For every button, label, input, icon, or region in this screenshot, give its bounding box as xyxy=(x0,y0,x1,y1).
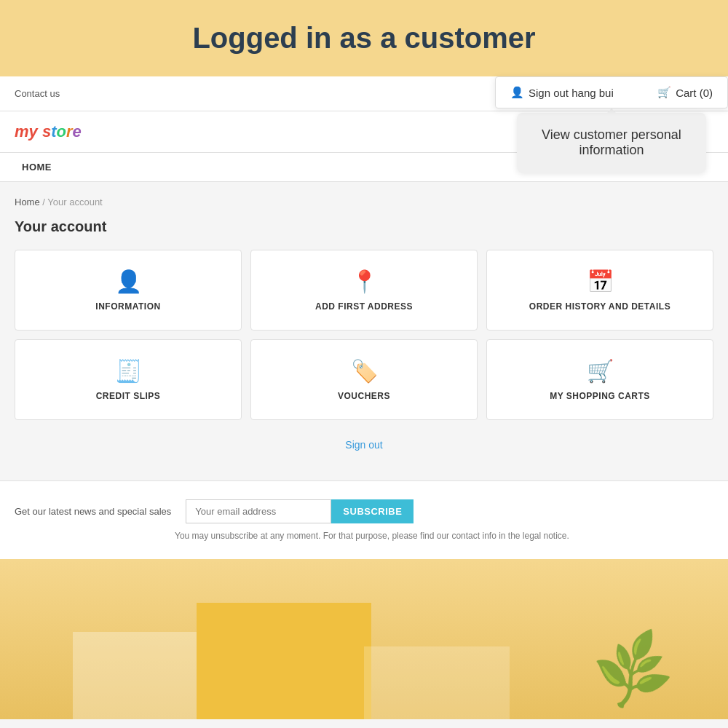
sign-out-text: Sign out hang bui xyxy=(529,87,614,99)
add-address-label: ADD FIRST ADDRESS xyxy=(315,301,413,312)
credit-slips-label: CREDIT SLIPS xyxy=(96,391,161,401)
information-label: INFORMATION xyxy=(95,301,160,312)
contact-us[interactable]: Contact us xyxy=(15,88,60,99)
account-title: Your account xyxy=(15,218,713,235)
header-wrapper: Contact us English | Currency: USD $ 👤 S… xyxy=(0,76,728,111)
decor-box-2 xyxy=(197,603,371,719)
email-input[interactable] xyxy=(186,499,331,523)
decor-box-1 xyxy=(73,632,204,719)
subscribe-button[interactable]: SUBSCRIBE xyxy=(331,499,414,523)
user-icon: 👤 xyxy=(510,86,524,99)
banner-title: Logged in as a customer xyxy=(15,22,713,55)
newsletter-input-row: SUBSCRIBE xyxy=(186,499,414,523)
credit-slips-icon: 🧾 xyxy=(115,358,142,384)
newsletter-row: Get our latest news and special sales SU… xyxy=(15,499,713,523)
shopping-carts-icon: 🛒 xyxy=(587,358,614,384)
vouchers-label: VOUCHERS xyxy=(338,391,390,401)
card-shopping-carts[interactable]: 🛒 MY SHOPPING CARTS xyxy=(486,339,713,420)
nav-home[interactable]: HOME xyxy=(15,153,59,181)
sign-out-link[interactable]: 👤 Sign out hang bui xyxy=(510,86,614,99)
store-logo[interactable]: my store xyxy=(15,122,82,141)
card-vouchers[interactable]: 🏷️ VOUCHERS xyxy=(250,339,478,420)
tooltip-text: View customer personal information xyxy=(542,127,681,157)
sign-out-button[interactable]: Sign out xyxy=(345,439,382,451)
card-add-address[interactable]: 📍 ADD FIRST ADDRESS xyxy=(250,250,478,331)
shopping-carts-label: MY SHOPPING CARTS xyxy=(550,391,650,401)
card-order-history[interactable]: 📅 ORDER HISTORY AND DETAILS xyxy=(486,250,713,331)
sign-out-section: Sign out xyxy=(15,438,713,451)
bottom-decoration: 🌿 xyxy=(0,559,728,719)
breadcrumb: Home / Your account xyxy=(15,197,713,207)
cart-button[interactable]: 🛒 Cart (0) xyxy=(657,86,713,99)
card-credit-slips[interactable]: 🧾 CREDIT SLIPS xyxy=(15,339,242,420)
account-grid: 👤 INFORMATION 📍 ADD FIRST ADDRESS 📅 ORDE… xyxy=(15,250,713,420)
cart-icon: 🛒 xyxy=(657,86,671,99)
newsletter-note: You may unsubscribe at any moment. For t… xyxy=(175,531,713,541)
add-address-icon: 📍 xyxy=(351,269,378,294)
order-history-icon: 📅 xyxy=(587,269,614,294)
user-dropdown: 👤 Sign out hang bui 🛒 Cart (0) xyxy=(495,76,728,108)
cart-label: Cart (0) xyxy=(676,87,713,99)
breadcrumb-current: Your account xyxy=(47,197,102,207)
card-information[interactable]: 👤 INFORMATION xyxy=(15,250,242,331)
top-banner: Logged in as a customer xyxy=(0,0,728,76)
leaf-decoration: 🌿 xyxy=(587,626,679,716)
newsletter-label: Get our latest news and special sales xyxy=(15,506,171,517)
main-content: Home / Your account Your account 👤 INFOR… xyxy=(0,182,728,480)
decor-box-3 xyxy=(364,646,510,719)
vouchers-icon: 🏷️ xyxy=(351,358,378,384)
order-history-label: ORDER HISTORY AND DETAILS xyxy=(529,301,670,312)
breadcrumb-home[interactable]: Home xyxy=(15,197,40,207)
newsletter-section: Get our latest news and special sales SU… xyxy=(0,480,728,559)
tooltip-box: View customer personal information xyxy=(517,113,706,173)
information-icon: 👤 xyxy=(115,269,142,294)
